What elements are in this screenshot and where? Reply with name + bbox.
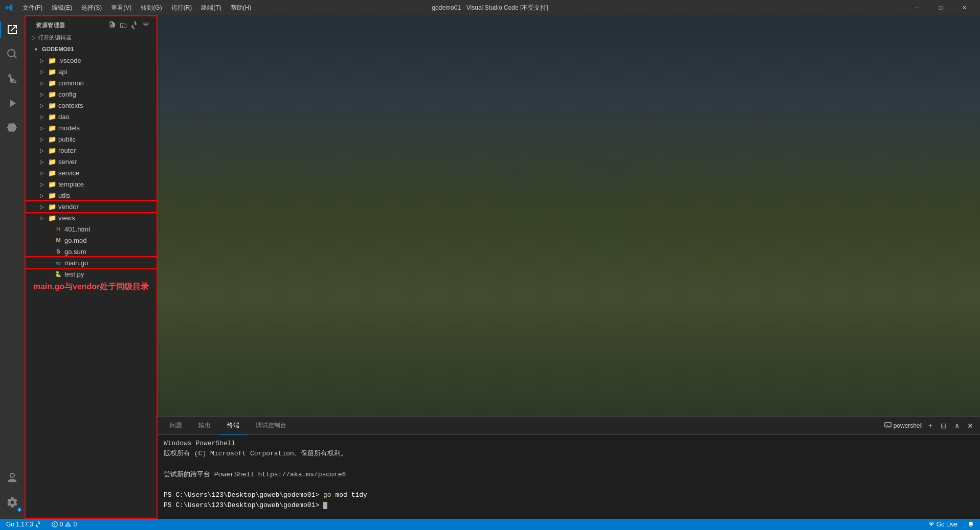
error-icon — [52, 521, 58, 527]
folder-icon: 📁 — [48, 79, 56, 87]
menu-select[interactable]: 选择(S) — [77, 3, 106, 13]
new-file-icon[interactable] — [107, 20, 117, 30]
run-debug-icon[interactable] — [0, 91, 25, 116]
explorer-icon[interactable] — [0, 17, 25, 42]
vscode-logo — [4, 3, 14, 13]
tree-root[interactable]: ▾ GODEMO01 — [26, 43, 157, 55]
folder-icon: 📁 — [48, 56, 56, 64]
tree-item-contexts[interactable]: ▷ 📁 contexts — [26, 100, 157, 111]
folder-icon: 📁 — [48, 146, 56, 154]
terminal-line-5 — [164, 480, 974, 490]
go-main-file-icon: ∞ — [54, 259, 62, 267]
annotation-text: main.go与vendor处于同级目录 — [26, 280, 157, 294]
chevron-right-icon: ▷ — [38, 67, 46, 76]
tree-item-gomod[interactable]: ▷ M go.mod — [26, 235, 157, 246]
split-terminal-button[interactable]: ⊟ — [938, 420, 949, 431]
new-terminal-button[interactable]: ＋ — [925, 420, 936, 431]
maximize-button[interactable]: □ — [929, 0, 952, 15]
terminal-tabs-left: 问题 输出 终端 调试控制台 — [162, 417, 295, 435]
notifications-button[interactable] — [966, 519, 976, 530]
menu-view[interactable]: 查看(V) — [107, 3, 136, 13]
tree-item-config[interactable]: ▷ 📁 config — [26, 88, 157, 100]
new-folder-icon[interactable] — [119, 20, 128, 30]
folder-icon: 📁 — [48, 67, 56, 76]
refresh-icon[interactable] — [130, 20, 139, 30]
tree-item-public[interactable]: ▷ 📁 public — [26, 133, 157, 145]
tab-output[interactable]: 输出 — [190, 417, 219, 435]
menu-goto[interactable]: 转到(G) — [137, 3, 166, 13]
close-panel-button[interactable]: ✕ — [965, 420, 976, 431]
source-control-icon[interactable] — [0, 66, 25, 91]
terminal-content[interactable]: Windows PowerShell 版权所有 (C) Microsoft Co… — [158, 435, 980, 519]
menu-help[interactable]: 帮助(H) — [227, 3, 256, 13]
chevron-right-icon: ▷ — [38, 180, 46, 188]
folder-icon: 📁 — [48, 101, 56, 109]
activity-bar: 1 — [0, 15, 25, 519]
folder-icon: 📁 — [48, 180, 56, 188]
close-button[interactable]: ✕ — [952, 0, 976, 15]
terminal-tabs-right: powershell ＋ ⊟ ∧ ✕ — [884, 420, 976, 431]
chevron-right-icon: ▷ — [38, 124, 46, 132]
sidebar-title: 资源管理器 — [36, 21, 65, 29]
tree-item-views[interactable]: ▷ 📁 views — [26, 212, 157, 223]
status-errors[interactable]: 0 0 — [50, 519, 79, 530]
collapse-icon[interactable] — [141, 20, 150, 30]
chevron-up-icon[interactable]: ∧ — [951, 420, 963, 431]
tab-terminal[interactable]: 终端 — [219, 417, 248, 435]
tree-item-models[interactable]: ▷ 📁 models — [26, 122, 157, 133]
terminal-line-7: PS C:\Users\123\Desktop\goweb\godemo01> — [164, 501, 974, 510]
menu-terminal[interactable]: 终端(T) — [197, 3, 225, 13]
tree-item-vendor[interactable]: ▷ 📁 vendor — [26, 201, 157, 212]
tree-item-api[interactable]: ▷ 📁 api — [26, 66, 157, 77]
tree-label: router — [58, 147, 76, 154]
menu-edit[interactable]: 编辑(E) — [48, 3, 76, 13]
powershell-label: powershell — [884, 422, 923, 429]
settings-icon[interactable]: 1 — [0, 490, 25, 515]
tree-label: service — [58, 169, 79, 177]
tree-item-utils[interactable]: ▷ 📁 utils — [26, 190, 157, 201]
tree-label: contexts — [58, 102, 83, 109]
chevron-right-icon: ▷ — [38, 101, 46, 109]
tab-problems[interactable]: 问题 — [162, 417, 190, 435]
tree-label: go.mod — [64, 237, 86, 244]
tree-item-router[interactable]: ▷ 📁 router — [26, 145, 157, 156]
tree-item-server[interactable]: ▷ 📁 server — [26, 156, 157, 167]
open-editors-section[interactable]: ▷ 打开的编辑器 — [26, 32, 157, 43]
go-live-button[interactable]: Go Live — [926, 519, 960, 530]
tab-debug-console[interactable]: 调试控制台 — [248, 417, 295, 435]
menu-run[interactable]: 运行(R) — [167, 3, 196, 13]
tree-item-vscode[interactable]: ▷ 📁 .vscode — [26, 55, 157, 66]
chevron-right-icon: ▷ — [38, 90, 46, 98]
accounts-icon[interactable] — [0, 466, 25, 490]
tree-item-dao[interactable]: ▷ 📁 dao — [26, 111, 157, 122]
file-tree: ▾ GODEMO01 ▷ 📁 .vscode ▷ 📁 api ▷ 📁 commo… — [26, 43, 157, 518]
tree-label: utils — [58, 192, 70, 199]
warning-count: 0 — [73, 521, 77, 528]
chevron-right-icon: ▷ — [38, 169, 46, 177]
tree-item-template[interactable]: ▷ 📁 template — [26, 178, 157, 190]
titlebar-menus: 文件(F) 编辑(E) 选择(S) 查看(V) 转到(G) 运行(R) 终端(T… — [18, 3, 255, 13]
chevron-right-icon: ▷ — [38, 202, 46, 211]
minimize-button[interactable]: ─ — [905, 0, 929, 15]
tree-item-maingo[interactable]: ▷ ∞ main.go — [26, 257, 157, 268]
tree-label: vendor — [58, 203, 79, 211]
svg-point-2 — [930, 523, 932, 526]
extensions-icon[interactable] — [0, 116, 25, 140]
sidebar-header-icons — [107, 20, 150, 30]
background-image — [158, 15, 980, 417]
status-go-version[interactable]: Go 1.17.3 — [4, 519, 43, 530]
search-icon[interactable] — [0, 42, 25, 66]
menu-file[interactable]: 文件(F) — [18, 3, 47, 13]
tree-item-gosum[interactable]: ▷ S go.sum — [26, 246, 157, 257]
tree-item-testpy[interactable]: ▷ 🐍 test.py — [26, 268, 157, 280]
chevron-right-icon: ▷ — [38, 214, 46, 222]
terminal-line-1: Windows PowerShell — [164, 439, 974, 448]
chevron-right-icon: ▷ — [38, 157, 46, 166]
sync-icon — [35, 521, 41, 527]
project-name: GODEMO01 — [42, 46, 74, 52]
tree-item-401html[interactable]: ▷ H 401.html — [26, 223, 157, 235]
open-editors-label: 打开的编辑器 — [38, 34, 72, 41]
folder-icon: 📁 — [48, 112, 56, 121]
tree-item-common[interactable]: ▷ 📁 common — [26, 77, 157, 88]
tree-item-service[interactable]: ▷ 📁 service — [26, 167, 157, 178]
